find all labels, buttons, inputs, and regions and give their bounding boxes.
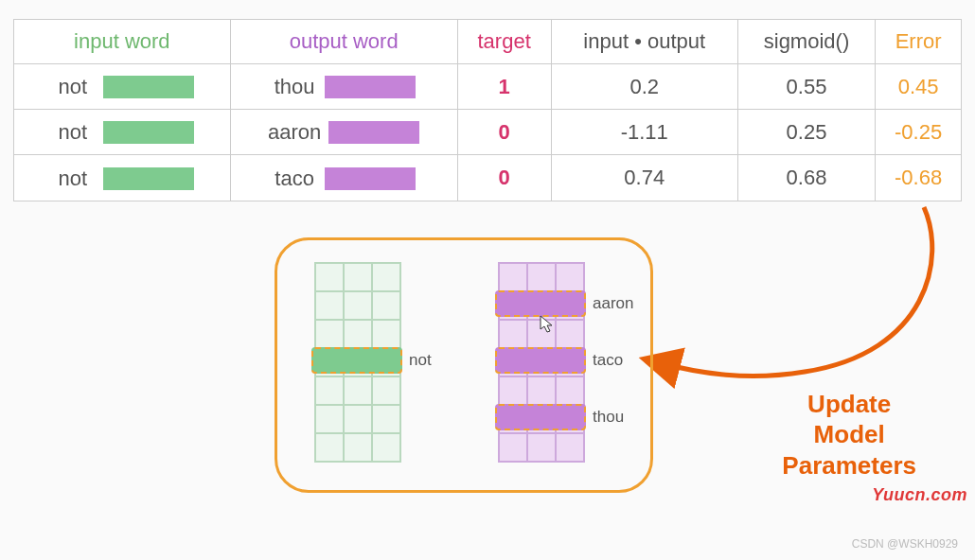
cell-input-word: not [14, 64, 231, 110]
cell-output-word: taco [230, 155, 457, 201]
th-output-word: output word [230, 20, 457, 64]
cell-sigmoid: 0.55 [737, 64, 875, 110]
cell-target: 0 [457, 155, 551, 201]
highlight-row-not-icon [311, 347, 402, 374]
output-word-label: aaron [268, 120, 321, 145]
update-model-parameters-caption: Update Model Parameters [782, 389, 916, 481]
input-vector-icon [103, 167, 194, 190]
output-vector-icon [328, 121, 419, 144]
th-target: target [457, 20, 551, 64]
cell-io: -1.11 [551, 110, 737, 155]
matrix-row-label-taco: taco [593, 351, 623, 370]
input-word-label: not [50, 166, 96, 191]
matrix-row-label-thou: thou [593, 408, 624, 427]
watermark-csdn: CSDN @WSKH0929 [852, 537, 958, 551]
matrix-row-label-not: not [409, 351, 432, 370]
highlight-row-aaron-icon [495, 290, 586, 317]
input-vector-icon [103, 76, 194, 98]
training-table: input word output word target input • ou… [13, 19, 962, 201]
cell-error: -0.25 [876, 110, 962, 155]
input-word-label: not [50, 120, 96, 145]
output-word-label: thou [272, 75, 317, 99]
cell-output-word: thou [230, 64, 457, 110]
cursor-icon [540, 315, 555, 334]
th-input-word: input word [14, 20, 231, 64]
th-error: Error [876, 20, 962, 64]
matrix-row-label-aaron: aaron [593, 294, 633, 313]
highlight-row-taco-icon [495, 347, 586, 374]
highlight-row-thou-icon [495, 404, 586, 430]
output-word-label: taco [272, 166, 317, 191]
th-input-output: input • output [551, 20, 737, 64]
output-vector-icon [325, 167, 416, 190]
th-sigmoid: sigmoid() [737, 20, 875, 64]
cell-error: 0.45 [876, 64, 962, 110]
table-row: not aaron 0 -1.11 0.25 -0.25 [14, 110, 962, 155]
cell-input-word: not [14, 110, 231, 155]
cell-target: 0 [457, 110, 551, 155]
table-header-row: input word output word target input • ou… [14, 20, 962, 64]
cell-io: 0.2 [551, 64, 737, 110]
cell-sigmoid: 0.25 [737, 110, 875, 155]
watermark-site: Yuucn.com [872, 485, 967, 505]
update-arrow-icon [644, 192, 956, 410]
output-vector-icon [325, 76, 416, 98]
table-row: not thou 1 0.2 0.55 0.45 [14, 64, 962, 110]
input-vector-icon [103, 121, 194, 144]
diagram-area: not aaron taco thou Update Model Paramet… [13, 230, 962, 551]
cell-input-word: not [14, 155, 231, 201]
input-word-label: not [50, 75, 96, 99]
cell-target: 1 [457, 64, 551, 110]
cell-output-word: aaron [230, 110, 457, 155]
